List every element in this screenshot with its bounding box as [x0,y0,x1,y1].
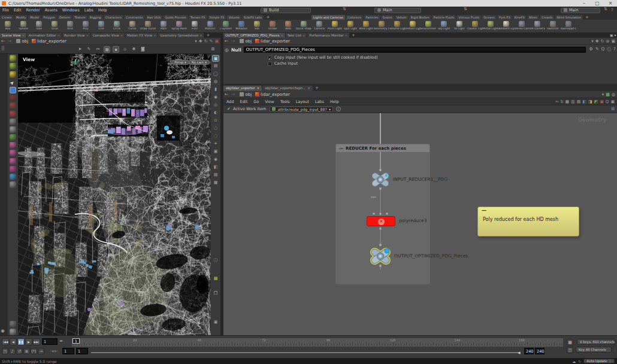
node-input-label[interactable]: INPUT_REDUCER1__PDG [393,177,447,182]
shelf-tool-tube[interactable]: Tube [31,20,47,32]
shelf-tab-polygon[interactable]: Polygon [41,15,57,20]
step-icon[interactable]: → [38,348,44,354]
param-info-icon[interactable]: ⓘ [607,47,611,53]
edit-icon[interactable]: ✎ [210,39,213,44]
context-chip[interactable]: obj [16,39,28,44]
white-box-icon[interactable]: ▢ [212,290,219,296]
cols-2-icon[interactable]: ▤ [577,99,581,104]
shelf-tool-torus[interactable]: Torus [47,20,62,32]
lock-icon[interactable]: ▮ [212,86,219,93]
shelf-tab-hair-utils[interactable]: Hair Utils [146,15,163,20]
menu-help[interactable]: Help [96,7,110,14]
close-tab-icon[interactable]: × [307,86,310,91]
shelf-tool-spot-light[interactable]: Spot Light [343,20,358,31]
cook-icon[interactable]: ☁ [572,359,576,363]
info-circle-icon[interactable]: ⓘ [212,257,219,264]
shelf-tab-add-right[interactable]: + [583,15,591,20]
param-back-icon[interactable]: ← [225,38,229,44]
ring-icon[interactable]: ○ [212,125,219,132]
close-tab-icon[interactable]: × [58,33,60,38]
param-pin-icon[interactable]: ✚ [595,39,599,44]
range-lock-icons[interactable]: |◀ ▶| [50,349,58,353]
export-icon[interactable]: ◳ [2,348,8,354]
net-menu-edit[interactable]: Edit [237,99,251,104]
shelf-tab-create[interactable]: Create [0,15,14,20]
jump-start-button[interactable]: |◀◀ [2,338,9,345]
back-icon[interactable]: ← [1,38,5,44]
shelf-tool-point-light[interactable]: Point Light [327,20,343,31]
node-name-field[interactable]: OUTPUT_OPTIMIZED_PDG_Pieces [244,47,586,53]
net-caret-icon[interactable]: ▾ [602,92,604,97]
snap-move-icon[interactable]: ↔ [95,46,101,53]
shelf-tool-curve[interactable]: Curve [125,20,140,32]
pane-tab-geometry-spreadsheet[interactable]: Geometry Spreadsheet× [158,33,204,38]
net-forward-icon[interactable]: → [231,92,235,97]
pane-grip-icon[interactable]: ⣿ [1,46,8,53]
shelf-tool-path[interactable]: Path [156,20,171,32]
dash-icon[interactable]: ◌ [212,133,219,139]
param-box-icon[interactable]: ▣ [611,39,615,44]
menu-render[interactable]: Render [23,7,42,14]
sync-icon[interactable]: ↻ [204,39,208,44]
shelf-tool-vr-camera[interactable]: VR Camera [530,20,545,31]
net-menu-view[interactable]: View [262,99,277,104]
circ-2-icon[interactable]: ◍ [212,78,219,85]
shelf-tab-simple-fx[interactable]: Simple FX [208,15,226,20]
net-menu-help[interactable]: Help [327,99,342,104]
star-icon[interactable]: ✦ [212,141,219,147]
layout-selector[interactable]: Main [561,8,600,13]
shelf-tool-quick-shapes[interactable]: Quick Shapes [296,20,311,32]
tool-blue-icon[interactable] [10,174,16,180]
minimize-button[interactable]: – [577,0,591,7]
range-end2-field[interactable]: 240 [535,348,545,354]
shelf-tab-wind-simulation[interactable]: Wind Simulation [555,15,583,20]
snap-prim-icon[interactable]: ▪ [113,46,119,53]
circ-4-icon[interactable]: ◎ [212,102,219,108]
layout-swap-icon[interactable]: ⇅ [604,7,607,11]
pane-tab-render-view[interactable]: Render View× [62,33,90,38]
close-tab-icon[interactable]: × [22,33,25,38]
param-search-icon[interactable]: Q [601,47,605,53]
close-tab-icon[interactable]: × [120,33,123,38]
shelf-tab-rigid-bodies[interactable]: Rigid Bodies [409,15,431,20]
shelf-tool-stereo-camera[interactable]: Stereo Camera [514,20,530,31]
shelf-tool-circle[interactable]: Circle [109,20,125,32]
shelf-tab-oceans[interactable]: Oceans [482,15,497,20]
shelf-tab-grains[interactable]: Grains [381,15,394,20]
shelf-tool-l-system[interactable]: L-System [218,20,234,32]
close-tab-icon[interactable]: × [303,33,305,38]
param-gear-icon[interactable]: ⊛ [606,39,610,44]
param-gear2-icon[interactable]: ⚙ [589,47,593,53]
shelf-tool-line[interactable]: Line [93,20,109,32]
sticky-minimize-icon[interactable]: — [482,208,486,213]
grid2-icon[interactable]: ▦ [212,180,219,186]
snapshot-icon[interactable]: ▣ [214,39,219,44]
range-handle-icon[interactable]: ◀ [518,350,521,354]
tool-red-2-icon[interactable] [10,102,16,109]
shade-l-icon[interactable]: ◧ [212,164,219,171]
shelf-tool-area-light[interactable]: Area Light [358,20,374,31]
play-reverse-button[interactable]: ◀ [10,338,17,345]
node-input-reducer[interactable] [370,171,391,189]
network-editor[interactable]: Geometry — REDUCER For each pieces INPUT… [223,113,617,335]
desktop-swap-icon[interactable]: ⇅ [343,7,346,11]
shelf-tab-pyro-fx[interactable]: Pyro FX [497,15,512,20]
shelf-tool-sphere[interactable]: Sphere [16,20,31,32]
copy-input-row[interactable]: ✓ Copy input (New input will be still co… [268,55,378,60]
render-flag-icon[interactable]: ❋ [131,46,137,53]
close-tab-icon[interactable]: × [280,33,283,38]
current-frame-field[interactable]: 1 [42,338,58,345]
pane-layout-icon[interactable]: ▣ ▾ [610,33,616,37]
node-chip[interactable]: lidar_exporter [32,39,66,44]
radial-swap-icon[interactable]: ⇅ [464,7,467,11]
shelf-tool-3-icon[interactable] [10,71,16,78]
frame-spinner[interactable]: ◂▸ [59,338,63,342]
snapshot-camera-icon[interactable]: ◉ [1,328,5,333]
shelf-tab-terrain-fx[interactable]: Terrain FX [189,15,207,20]
key-all-channels-button[interactable]: Key All Channels [576,347,612,353]
shelf-tool-geometry-light[interactable]: Geometry Light [374,20,389,31]
shelf-tool-font[interactable]: Font [187,20,202,32]
shelf-tab-add-left[interactable]: + [264,15,271,20]
network-tab-obj-lidar-exporter-topn[interactable]: obj/lidar_exporter/topn...× [262,86,313,91]
shelf-tool-platonic[interactable]: Platonic [202,20,218,32]
